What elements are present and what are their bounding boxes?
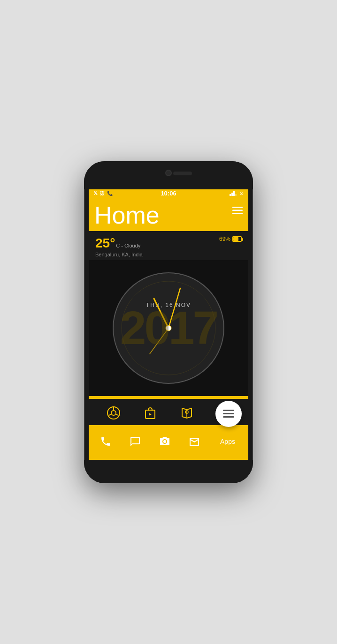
nav-camera-button[interactable] (154, 431, 175, 452)
svg-line-14 (115, 414, 118, 416)
svg-point-12 (112, 411, 115, 415)
speaker (173, 172, 192, 175)
maps-icon[interactable] (177, 404, 196, 422)
svg-point-18 (152, 409, 153, 411)
main-content: 25° C - Cloudy Bengaluru, KA, India 69% … (89, 231, 248, 425)
svg-point-17 (148, 409, 149, 411)
battery-indicator: 69% (219, 236, 242, 242)
battery-fill (233, 237, 238, 241)
dock-app-row: You Tube (89, 404, 248, 422)
weather-widget: 25° C - Cloudy Bengaluru, KA, India 69% (89, 231, 248, 260)
twitter-icon: 𝕏 (93, 190, 98, 196)
battery-percent: 69% (219, 236, 230, 242)
apps-fab-button[interactable] (215, 401, 242, 427)
call-icon: 📞 (107, 191, 113, 196)
nav-gmail-button[interactable] (184, 431, 205, 452)
svg-rect-1 (232, 210, 243, 211)
apps-label: Apps (220, 438, 235, 445)
menu-button[interactable] (232, 207, 243, 217)
svg-line-15 (109, 414, 112, 416)
svg-rect-27 (223, 410, 234, 411)
svg-rect-29 (223, 416, 234, 418)
nav-dock: Apps (89, 425, 248, 458)
status-icons-left: 𝕏 🖼 📞 (93, 190, 113, 196)
year-background: 2017 (120, 301, 217, 355)
status-icons-right: ⊙ (230, 190, 244, 196)
weather-description: C - Cloudy (116, 243, 140, 248)
app-dock: You Tube (89, 399, 248, 425)
phone-device: 𝕏 🖼 📞 10:06 ⊙ Home (84, 161, 253, 483)
svg-rect-0 (232, 207, 243, 208)
hamburger-icon (223, 410, 234, 418)
weather-location: Bengaluru, KA, India (95, 252, 143, 257)
battery-icon (232, 236, 242, 242)
svg-rect-28 (223, 413, 234, 414)
status-time: 10:06 (161, 190, 176, 197)
clock-widget: 2017 THU, 16 NOV (89, 260, 248, 396)
svg-marker-19 (149, 413, 152, 416)
svg-rect-2 (232, 213, 243, 214)
apps-section: Apps (214, 438, 242, 445)
chrome-icon[interactable] (104, 404, 123, 422)
temperature: 25° (95, 236, 115, 251)
status-bar: 𝕏 🖼 📞 10:06 ⊙ (89, 187, 248, 200)
front-camera (165, 170, 172, 176)
signal-icon (230, 191, 237, 196)
phone-screen: 𝕏 🖼 📞 10:06 ⊙ Home (89, 187, 248, 462)
header: Home (89, 200, 248, 231)
image-icon: 🖼 (100, 191, 105, 196)
weather-info: 25° C - Cloudy Bengaluru, KA, India (95, 236, 143, 257)
nav-messages-button[interactable] (125, 431, 146, 452)
page-title: Home (94, 203, 160, 227)
nav-phone-button[interactable] (95, 431, 116, 452)
data-icon: ⊙ (239, 190, 244, 196)
play-store-icon[interactable] (141, 404, 160, 422)
